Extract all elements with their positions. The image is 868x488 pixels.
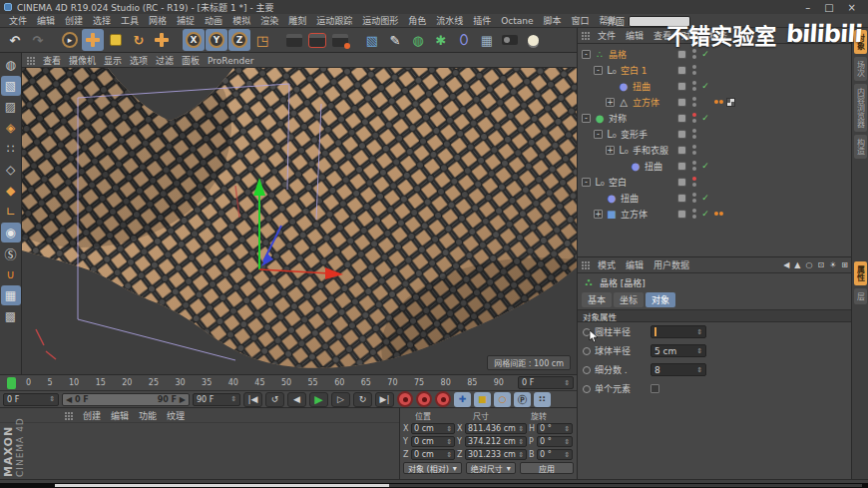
key-position-toggle[interactable]: ✚ xyxy=(454,392,471,407)
tree-row-变形手[interactable]: -L₀变形手 xyxy=(582,126,868,142)
visibility-dots[interactable] xyxy=(690,209,698,219)
menu-插件[interactable]: 插件 xyxy=(468,16,496,26)
current-frame-spinner[interactable]: 0 F⇕ xyxy=(3,393,59,406)
edges-mode-button[interactable]: ◇ xyxy=(1,160,21,180)
render-view-button[interactable] xyxy=(283,29,305,51)
light-button[interactable] xyxy=(522,29,544,51)
attr-tab-对象[interactable]: 对象 xyxy=(646,292,675,307)
layer-toggle-icon[interactable] xyxy=(677,146,686,155)
menu-网格[interactable]: 网格 xyxy=(144,16,172,26)
keyframe-selection-button[interactable] xyxy=(435,391,451,407)
viewport-menu-查看[interactable]: 查看 xyxy=(39,56,65,66)
material-menu-功能[interactable]: 功能 xyxy=(134,411,162,421)
expander-icon[interactable]: + xyxy=(606,146,615,155)
x-axis-lock[interactable]: X xyxy=(183,29,205,51)
texture-tag-icon[interactable] xyxy=(714,212,723,216)
side-tab-对象[interactable]: 对象 xyxy=(854,30,867,54)
menu-Octane[interactable]: Octane xyxy=(496,16,538,26)
spinner-icon[interactable]: ⇕ xyxy=(696,347,702,355)
layer-toggle-icon[interactable] xyxy=(677,114,686,123)
menu-创建[interactable]: 创建 xyxy=(60,16,88,26)
om-menu-编辑[interactable]: 编辑 xyxy=(621,31,649,41)
attr-field-checkbox[interactable] xyxy=(651,384,659,393)
spinner-icon[interactable]: ⇕ xyxy=(564,425,570,433)
end-frame-spinner[interactable]: 90 F⇕ xyxy=(193,393,240,406)
expander-icon[interactable]: - xyxy=(582,114,591,123)
viewport-menu-选项[interactable]: 选项 xyxy=(126,56,152,66)
panel-grip-icon[interactable] xyxy=(581,31,590,40)
menu-窗口[interactable]: 窗口 xyxy=(567,16,595,26)
spinner-icon[interactable]: ⇕ xyxy=(518,438,524,446)
coord-value-input[interactable]: 811.436 cm⇕ xyxy=(465,423,527,434)
visibility-dots[interactable] xyxy=(690,193,698,203)
viewport-solo-button[interactable]: ◉ xyxy=(1,223,21,243)
spinner-icon[interactable]: ⇕ xyxy=(518,425,524,433)
next-key-button[interactable]: ↻ xyxy=(353,392,372,407)
attr-field-input[interactable]: 8⇕ xyxy=(651,363,706,376)
key-scale-toggle[interactable]: ■ xyxy=(474,392,491,407)
minimize-button[interactable]: – xyxy=(805,2,810,13)
timeline-ruler[interactable]: 051015202530354045505560657075808590 0 F… xyxy=(0,374,577,390)
next-frame-button[interactable]: ▷ xyxy=(331,392,350,407)
size-mode-dropdown[interactable]: 绝对尺寸▾ xyxy=(466,462,516,474)
side-tab-内容浏览器[interactable]: 内容浏览器 xyxy=(854,84,867,132)
menu-动画[interactable]: 动画 xyxy=(200,16,227,26)
workplane-button[interactable]: ▩ xyxy=(1,306,21,326)
attr-menu-模式[interactable]: 模式 xyxy=(593,260,621,270)
scale-tool[interactable] xyxy=(105,29,127,51)
timeline-playhead[interactable] xyxy=(7,377,16,389)
tree-row-晶格[interactable]: -∴晶格✓ xyxy=(582,46,868,62)
viewport-menu-面板[interactable]: 面板 xyxy=(178,56,204,66)
attr-tab-基本[interactable]: 基本 xyxy=(582,292,612,307)
attr-field-input[interactable]: 5 cm⇕ xyxy=(651,344,706,357)
tree-row-手和衣服[interactable]: +L₀手和衣服 xyxy=(582,142,868,158)
panel-grip-icon[interactable] xyxy=(581,260,590,269)
keyframe-circle-icon[interactable] xyxy=(583,347,591,355)
camera-button[interactable] xyxy=(499,29,521,51)
interface-selector[interactable] xyxy=(629,16,690,27)
maximize-button[interactable]: □ xyxy=(824,2,833,13)
layer-toggle-icon[interactable] xyxy=(677,162,686,171)
material-menu-编辑[interactable]: 编辑 xyxy=(106,411,134,421)
ruler-end-spinner[interactable]: 0 F⇕ xyxy=(518,376,574,389)
enabled-check-icon[interactable]: ✓ xyxy=(698,49,712,59)
lock-icon[interactable]: ⊡ xyxy=(817,260,824,269)
tree-row-对称[interactable]: -●对称✓ xyxy=(582,110,868,126)
lock-workplane-button[interactable]: ▦ xyxy=(1,285,21,305)
layer-toggle-icon[interactable] xyxy=(677,194,686,203)
keyframe-circle-icon[interactable] xyxy=(583,385,591,393)
keyframe-circle-icon[interactable] xyxy=(583,366,591,374)
rotate-tool[interactable]: ↻ xyxy=(128,29,150,51)
visibility-dots[interactable] xyxy=(690,49,698,59)
side-tab-属性[interactable]: 属性 xyxy=(854,261,867,285)
tree-row-扭曲[interactable]: ●扭曲✓ xyxy=(582,78,868,94)
coord-value-input[interactable]: 374.212 cm⇕ xyxy=(465,436,527,447)
visibility-dots[interactable] xyxy=(690,145,698,155)
video-progress-bar[interactable] xyxy=(0,483,868,488)
menu-选择[interactable]: 选择 xyxy=(88,16,116,26)
snap-button[interactable]: Ⓢ xyxy=(1,244,21,263)
enabled-check-icon[interactable]: ✓ xyxy=(698,113,712,123)
model-mode-button[interactable]: ▧ xyxy=(1,76,21,96)
expander-icon[interactable]: - xyxy=(582,178,591,187)
menu-模拟[interactable]: 模拟 xyxy=(227,16,255,26)
menu-工具[interactable]: 工具 xyxy=(116,16,144,26)
visibility-dots[interactable] xyxy=(690,81,698,91)
om-menu-标签[interactable]: 标签 xyxy=(704,31,732,41)
live-selection-tool[interactable]: ▸ xyxy=(59,29,81,51)
spline-primitive-button[interactable]: ⬯ xyxy=(453,29,475,51)
polygons-mode-button[interactable]: ◆ xyxy=(1,181,21,201)
coord-value-input[interactable]: 0 °⇕ xyxy=(537,423,573,434)
expander-icon[interactable]: - xyxy=(594,130,603,139)
menu-脚本[interactable]: 脚本 xyxy=(539,16,567,26)
om-menu-文件[interactable]: 文件 xyxy=(593,31,621,41)
menu-流水线[interactable]: 流水线 xyxy=(431,16,468,26)
menu-捕捉[interactable]: 捕捉 xyxy=(172,16,200,26)
layer-toggle-icon[interactable] xyxy=(677,82,686,91)
side-tab-层[interactable]: 层 xyxy=(854,288,867,304)
prev-key-button[interactable]: ↺ xyxy=(265,392,284,407)
spinner-icon[interactable]: ⇕ xyxy=(230,395,236,403)
points-mode-button[interactable]: ∷ xyxy=(1,139,21,159)
visibility-dots[interactable] xyxy=(690,129,698,139)
redo-button[interactable]: ↷ xyxy=(27,29,49,51)
